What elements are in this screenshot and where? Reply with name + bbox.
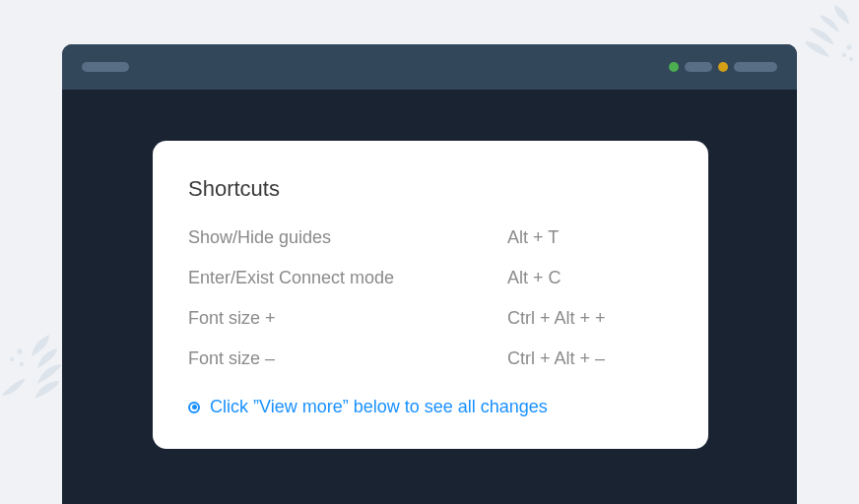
shortcut-key: Ctrl + Alt + –: [507, 348, 605, 369]
decorative-leaf-icon: [0, 327, 69, 415]
shortcut-key: Alt + T: [507, 227, 559, 248]
shortcut-label: Font size –: [188, 348, 507, 369]
title-bar: [62, 44, 797, 90]
svg-point-1: [842, 53, 846, 57]
shortcut-row: Enter/Exist Connect mode Alt + C: [188, 268, 673, 288]
footer-row: Click ”View more” below to see all chang…: [188, 397, 673, 417]
title-bar-left: [82, 62, 129, 72]
shortcut-row: Font size – Ctrl + Alt + –: [188, 348, 673, 369]
app-window: Shortcuts Show/Hide guides Alt + T Enter…: [62, 44, 797, 504]
svg-point-2: [849, 57, 853, 61]
svg-point-5: [20, 362, 24, 366]
svg-point-3: [18, 349, 23, 354]
shortcut-label: Enter/Exist Connect mode: [188, 268, 507, 288]
radio-icon[interactable]: [188, 402, 200, 413]
shortcut-key: Ctrl + Alt + +: [507, 308, 606, 329]
shortcut-label: Font size +: [188, 308, 507, 329]
title-bar-pill: [685, 62, 712, 72]
shortcut-row: Show/Hide guides Alt + T: [188, 227, 673, 248]
svg-point-0: [847, 45, 852, 50]
status-dot-green: [669, 62, 679, 72]
title-placeholder: [82, 62, 129, 72]
decorative-leaf-icon: [800, 0, 859, 69]
shortcut-label: Show/Hide guides: [188, 227, 507, 248]
shortcuts-card: Shortcuts Show/Hide guides Alt + T Enter…: [153, 141, 708, 449]
shortcut-key: Alt + C: [507, 268, 562, 288]
status-dot-yellow: [718, 62, 728, 72]
shortcut-row: Font size + Ctrl + Alt + +: [188, 308, 673, 329]
title-bar-pill: [734, 62, 777, 72]
card-title: Shortcuts: [188, 176, 673, 202]
svg-point-4: [10, 357, 14, 361]
title-bar-right: [669, 62, 777, 72]
footer-link[interactable]: Click ”View more” below to see all chang…: [210, 397, 548, 417]
